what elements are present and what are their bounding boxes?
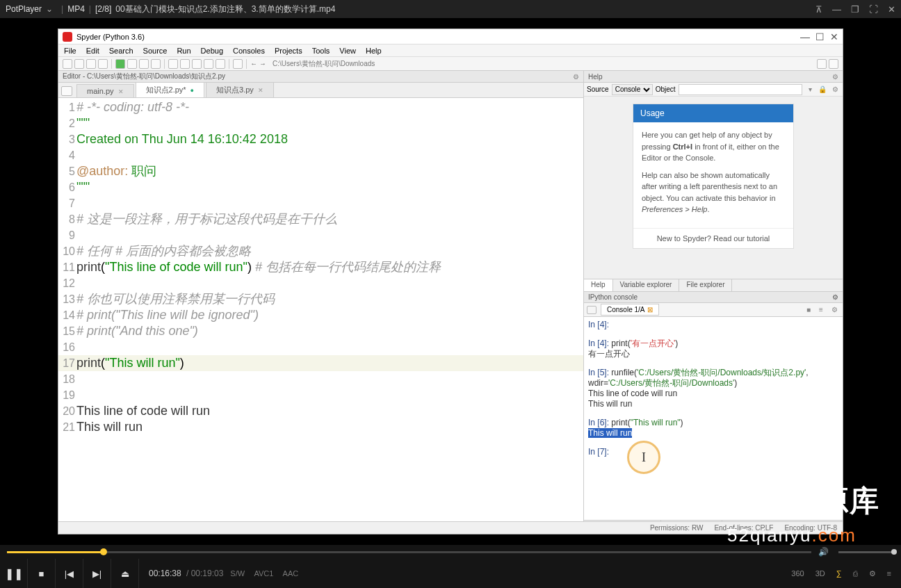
- continue-icon[interactable]: [204, 59, 213, 69]
- nav-fwd-icon[interactable]: →: [259, 60, 266, 67]
- menu-file[interactable]: File: [61, 47, 79, 55]
- source-select[interactable]: Console: [612, 84, 653, 95]
- close-console-icon[interactable]: ⊠: [647, 306, 653, 313]
- menu-search[interactable]: Search: [106, 47, 136, 55]
- spyder-toolbar: ← → C:\Users\黄怡然-职问\Downloads: [58, 57, 843, 71]
- minimize-icon[interactable]: —: [800, 31, 810, 42]
- restore-icon[interactable]: ❐: [851, 4, 859, 15]
- stop-icon[interactable]: ■: [806, 306, 815, 314]
- tab-file-explorer[interactable]: File explorer: [679, 279, 732, 291]
- seek-track[interactable]: [7, 551, 811, 553]
- options-icon[interactable]: ≡: [819, 306, 827, 314]
- tab-3[interactable]: 知识点3.py✕: [206, 82, 274, 97]
- volume-knob[interactable]: [891, 549, 897, 555]
- run-selection-icon[interactable]: [139, 59, 149, 69]
- vr-icon[interactable]: 360: [791, 569, 804, 578]
- toolbar-r1-icon[interactable]: [817, 59, 827, 69]
- zoom-icon[interactable]: [233, 59, 243, 69]
- capture-icon[interactable]: ⎙: [853, 569, 858, 578]
- nav-back-icon[interactable]: ←: [250, 60, 257, 67]
- save-all-icon[interactable]: [98, 59, 108, 69]
- help-pane-header: Help ⚙: [584, 71, 843, 83]
- eject-button[interactable]: ⏏: [111, 559, 139, 588]
- potplayer-controls: 🔊 ❚❚ ■ |◀ ▶| ⏏ 00:16:38 / 00:19:03 S/W A…: [0, 545, 901, 588]
- lock-icon[interactable]: 🔒: [818, 85, 827, 93]
- seek-knob[interactable]: [100, 548, 107, 555]
- object-input[interactable]: [679, 84, 802, 95]
- close-icon[interactable]: ✕: [888, 4, 895, 15]
- subtitle-icon[interactable]: ∑: [836, 569, 842, 578]
- menu-consoles[interactable]: Consoles: [230, 47, 268, 55]
- save-icon[interactable]: [86, 59, 96, 69]
- video-area[interactable]: Spyder (Python 3.6) — ☐ ✕ File Edit Sear…: [0, 18, 901, 545]
- maximize-icon[interactable]: ☐: [815, 31, 825, 42]
- menu-projects[interactable]: Projects: [272, 47, 305, 55]
- working-dir[interactable]: C:\Users\黄怡然-职问\Downloads: [273, 59, 375, 69]
- gear-icon[interactable]: ⚙: [832, 293, 838, 301]
- menu-run[interactable]: Run: [174, 47, 193, 55]
- editor-tabs: main.py✕ 知识点2.py*● 知识点3.py✕: [58, 83, 583, 98]
- status-perm: Permissions: RW: [650, 524, 704, 532]
- seek-progress: [7, 551, 104, 553]
- step-out-icon[interactable]: [192, 59, 202, 69]
- console-tab[interactable]: Console 1/A⊠: [601, 304, 659, 316]
- ipython-pane-header: IPython console ⚙: [584, 292, 843, 303]
- pause-button[interactable]: ❚❚: [0, 559, 28, 588]
- gear-icon[interactable]: ⚙: [831, 306, 840, 314]
- toolbar-r2-icon[interactable]: [829, 59, 838, 69]
- folder-icon[interactable]: [587, 306, 596, 314]
- menu-edit[interactable]: Edit: [83, 47, 102, 55]
- fullscreen-icon[interactable]: ⛶: [869, 4, 878, 15]
- spyder-menubar[interactable]: File Edit Search Source Run Debug Consol…: [58, 44, 843, 57]
- gear-icon[interactable]: ⚙: [832, 73, 838, 81]
- help-source-bar: Source Console Object ▾ 🔒 ⚙: [584, 83, 843, 97]
- menu-source[interactable]: Source: [140, 47, 170, 55]
- next-button[interactable]: ▶|: [83, 559, 111, 588]
- tab-active[interactable]: 知识点2.py*●: [136, 82, 205, 97]
- step-in-icon[interactable]: [180, 59, 190, 69]
- pin-icon[interactable]: ⊼: [815, 4, 822, 15]
- spyder-statusbar: Permissions: RW End-of-lines: CRLF Encod…: [58, 521, 843, 534]
- stop-button[interactable]: ■: [28, 559, 56, 588]
- dropdown-icon[interactable]: ▾: [805, 85, 815, 93]
- menu-debug[interactable]: Debug: [198, 47, 226, 55]
- step-over-icon[interactable]: [168, 59, 178, 69]
- chevron-down-icon[interactable]: ⌄: [46, 4, 53, 14]
- tab-help[interactable]: Help: [584, 279, 613, 291]
- menu-help[interactable]: Help: [363, 47, 384, 55]
- playlist-counter: [2/8]: [95, 4, 111, 14]
- playlist-icon[interactable]: ≡: [887, 569, 891, 578]
- menu-view[interactable]: View: [336, 47, 359, 55]
- stop-icon[interactable]: [216, 59, 225, 69]
- time-display: 00:16:38 / 00:19:03: [149, 569, 223, 578]
- close-tab-icon[interactable]: ✕: [258, 87, 263, 94]
- 3d-icon[interactable]: 3D: [815, 569, 825, 578]
- tab-main[interactable]: main.py✕: [76, 84, 134, 97]
- app-name: PotPlayer: [6, 4, 42, 14]
- speaker-icon[interactable]: 🔊: [818, 547, 829, 557]
- close-tab-icon[interactable]: ✕: [118, 88, 124, 95]
- minimize-icon[interactable]: —: [832, 4, 841, 15]
- folder-icon[interactable]: [61, 86, 72, 96]
- ipython-console[interactable]: In [4]: In [4]: print('有一点开心') 有一点开心 In …: [584, 317, 843, 520]
- open-file-icon[interactable]: [74, 59, 84, 69]
- new-file-icon[interactable]: [63, 59, 72, 69]
- close-icon[interactable]: ✕: [830, 31, 838, 42]
- run-cell-icon[interactable]: [127, 59, 137, 69]
- debug-icon[interactable]: [151, 59, 161, 69]
- gear-icon[interactable]: ⚙: [573, 73, 579, 81]
- code-editor[interactable]: 1# -*- coding: utf-8 -*- 2""" 3Created o…: [58, 98, 583, 534]
- run-icon[interactable]: [115, 59, 125, 69]
- right-bottom-tabs: Help Variable explorer File explorer: [584, 279, 843, 292]
- video-filename: 00基础入门模块-知识点2.添加注释、3.简单的数学计算.mp4: [115, 3, 335, 15]
- prev-button[interactable]: |◀: [56, 559, 83, 588]
- volume-slider[interactable]: [838, 551, 894, 553]
- tab-var-explorer[interactable]: Variable explorer: [613, 279, 680, 291]
- tutorial-link[interactable]: tutorial: [747, 234, 770, 243]
- settings-icon[interactable]: ⚙: [869, 569, 876, 578]
- menu-tools[interactable]: Tools: [309, 47, 333, 55]
- seek-bar[interactable]: 🔊: [0, 545, 901, 559]
- gear-icon[interactable]: ⚙: [830, 85, 840, 93]
- close-tab-icon[interactable]: ●: [190, 87, 194, 94]
- usage-heading: Usage: [633, 104, 793, 122]
